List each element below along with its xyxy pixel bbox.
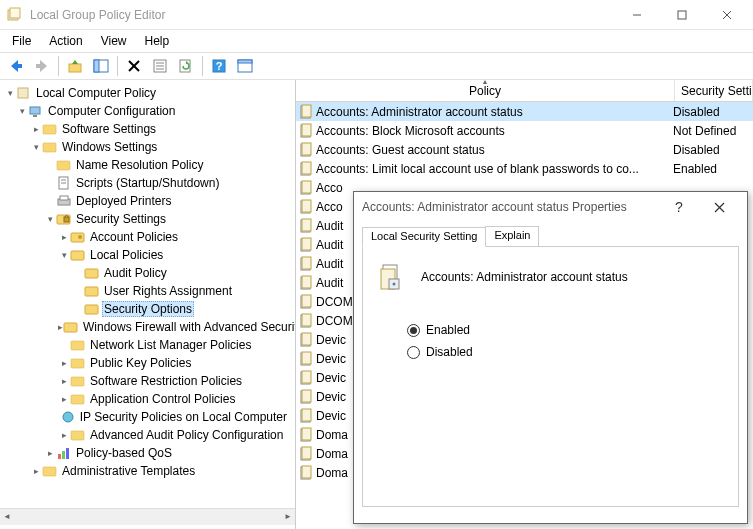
tree-security-options[interactable]: Security Options: [0, 300, 295, 318]
tree-advanced-audit-policy[interactable]: ▸Advanced Audit Policy Configuration: [0, 426, 295, 444]
tree-public-key-policies[interactable]: ▸Public Key Policies: [0, 354, 295, 372]
tree-computer-configuration[interactable]: ▾Computer Configuration: [0, 102, 295, 120]
svg-rect-89: [302, 466, 311, 478]
svg-rect-21: [30, 107, 40, 114]
svg-rect-65: [302, 238, 311, 250]
policy-item-icon: [298, 256, 314, 272]
window-title: Local Group Policy Editor: [30, 8, 614, 22]
tree-root[interactable]: ▾Local Computer Policy: [0, 84, 295, 102]
tab-local-security-setting[interactable]: Local Security Setting: [362, 227, 486, 247]
policy-item-icon: [298, 142, 314, 158]
policy-item-icon: [298, 294, 314, 310]
tree-policy-based-qos[interactable]: ▸Policy-based QoS: [0, 444, 295, 462]
delete-button[interactable]: [122, 54, 146, 78]
svg-rect-3: [678, 11, 686, 19]
toolbar: ?: [0, 52, 753, 80]
refresh-button[interactable]: [174, 54, 198, 78]
dialog-title-text: Accounts: Administrator account status P…: [362, 200, 659, 214]
tab-explain[interactable]: Explain: [485, 226, 539, 246]
svg-rect-6: [69, 64, 81, 72]
svg-rect-69: [302, 276, 311, 288]
menu-file[interactable]: File: [4, 32, 39, 50]
menu-action[interactable]: Action: [41, 32, 90, 50]
tree-windows-settings[interactable]: ▾Windows Settings: [0, 138, 295, 156]
close-button[interactable]: [704, 1, 749, 29]
up-button[interactable]: [63, 54, 87, 78]
tree-ip-security-policies[interactable]: IP Security Policies on Local Computer: [0, 408, 295, 426]
svg-point-34: [78, 235, 82, 239]
radio-enabled-indicator: [407, 324, 420, 337]
show-hide-tree-button[interactable]: [89, 54, 113, 78]
setting-value: Enabled: [673, 162, 751, 176]
svg-text:?: ?: [216, 60, 223, 72]
policy-item-icon: [298, 446, 314, 462]
svg-rect-59: [302, 181, 311, 193]
policy-item-icon: [298, 465, 314, 481]
policy-item-icon: [298, 199, 314, 215]
svg-rect-87: [302, 447, 311, 459]
list-row[interactable]: Accounts: Limit local account use of bla…: [296, 159, 753, 178]
tree-network-list-manager[interactable]: Network List Manager Policies: [0, 336, 295, 354]
list-row[interactable]: Accounts: Block Microsoft accountsNot De…: [296, 121, 753, 140]
tree-security-settings[interactable]: ▾Security Settings: [0, 210, 295, 228]
radio-enabled[interactable]: Enabled: [407, 323, 724, 337]
policy-tree[interactable]: ▾Local Computer Policy ▾Computer Configu…: [0, 80, 295, 508]
svg-rect-49: [43, 467, 56, 476]
properties-button[interactable]: [148, 54, 172, 78]
svg-rect-24: [43, 143, 56, 152]
tree-local-policies[interactable]: ▾Local Policies: [0, 246, 295, 264]
svg-rect-63: [302, 219, 311, 231]
tree-administrative-templates[interactable]: ▸Administrative Templates: [0, 462, 295, 480]
help-button[interactable]: ?: [207, 54, 231, 78]
policy-item-icon: [298, 332, 314, 348]
tree-windows-firewall[interactable]: ▸Windows Firewall with Advanced Security: [0, 318, 295, 336]
tree-user-rights-assignment[interactable]: User Rights Assignment: [0, 282, 295, 300]
dialog-policy-name: Accounts: Administrator account status: [421, 270, 628, 284]
filter-button[interactable]: [233, 54, 257, 78]
svg-rect-30: [60, 196, 68, 200]
menu-help[interactable]: Help: [137, 32, 178, 50]
policy-item-icon: [298, 275, 314, 291]
tree-pane: ▾Local Computer Policy ▾Computer Configu…: [0, 80, 296, 529]
svg-rect-41: [71, 359, 84, 368]
svg-rect-40: [71, 341, 84, 350]
svg-rect-39: [64, 323, 77, 332]
svg-rect-46: [58, 454, 61, 459]
tree-application-control-policies[interactable]: ▸Application Control Policies: [0, 390, 295, 408]
svg-rect-33: [71, 233, 84, 242]
svg-rect-81: [302, 390, 311, 402]
svg-rect-22: [33, 115, 37, 117]
menu-view[interactable]: View: [93, 32, 135, 50]
policy-item-icon: [298, 351, 314, 367]
dialog-close-button[interactable]: [699, 193, 739, 221]
svg-rect-61: [302, 200, 311, 212]
radio-disabled[interactable]: Disabled: [407, 345, 724, 359]
list-row[interactable]: Accounts: Administrator account statusDi…: [296, 102, 753, 121]
back-button[interactable]: [4, 54, 28, 78]
setting-value: Disabled: [673, 143, 751, 157]
svg-rect-45: [71, 431, 84, 440]
tree-scripts[interactable]: Scripts (Startup/Shutdown): [0, 174, 295, 192]
tree-name-resolution-policy[interactable]: Name Resolution Policy: [0, 156, 295, 174]
svg-rect-53: [302, 124, 311, 136]
maximize-button[interactable]: [659, 1, 704, 29]
policy-name: Accounts: Guest account status: [316, 143, 673, 157]
svg-rect-77: [302, 352, 311, 364]
svg-rect-71: [302, 295, 311, 307]
tree-audit-policy[interactable]: Audit Policy: [0, 264, 295, 282]
minimize-button[interactable]: [614, 1, 659, 29]
column-policy[interactable]: ▲Policy: [296, 80, 675, 101]
svg-rect-42: [71, 377, 84, 386]
tree-account-policies[interactable]: ▸Account Policies: [0, 228, 295, 246]
tree-deployed-printers[interactable]: Deployed Printers: [0, 192, 295, 210]
svg-rect-67: [302, 257, 311, 269]
dialog-help-button[interactable]: ?: [659, 193, 699, 221]
tree-software-settings[interactable]: ▸Software Settings: [0, 120, 295, 138]
policy-name: Accounts: Block Microsoft accounts: [316, 124, 673, 138]
svg-rect-43: [71, 395, 84, 404]
forward-button[interactable]: [30, 54, 54, 78]
tree-software-restriction-policies[interactable]: ▸Software Restriction Policies: [0, 372, 295, 390]
tree-hscrollbar[interactable]: [0, 508, 295, 525]
list-row[interactable]: Accounts: Guest account statusDisabled: [296, 140, 753, 159]
column-security-setting[interactable]: Security Setting: [675, 80, 753, 101]
